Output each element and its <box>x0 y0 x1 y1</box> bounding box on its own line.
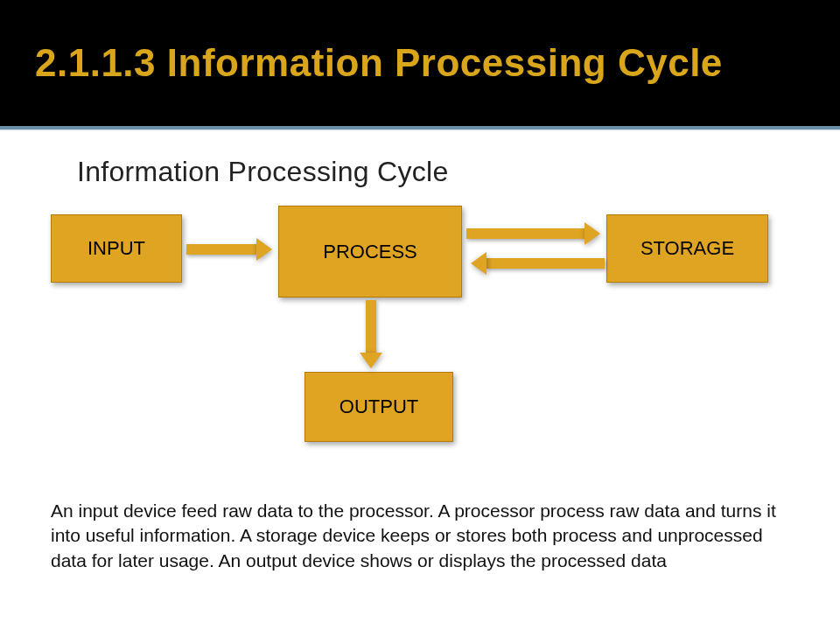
box-storage-label: STORAGE <box>611 219 764 278</box>
processing-cycle-diagram: INPUT PROCESS STORAGE OUTPUT <box>51 206 789 468</box>
box-input-label: INPUT <box>55 219 178 278</box>
slide-title: 2.1.1.3 Information Processing Cycle <box>35 41 723 85</box>
box-input: INPUT <box>51 214 182 283</box>
arrow-input-process-shaft <box>186 244 256 255</box>
arrow-storage-process-head <box>471 252 486 275</box>
box-storage: STORAGE <box>606 214 768 283</box>
box-output: OUTPUT <box>304 372 453 442</box>
arrow-storage-process-shaft <box>486 258 605 269</box>
arrow-process-output-shaft <box>366 300 376 353</box>
box-process: PROCESS <box>278 206 462 298</box>
arrow-input-process-head <box>256 238 272 261</box>
diagram-subtitle: Information Processing Cycle <box>77 156 789 188</box>
box-output-label: OUTPUT <box>309 376 449 438</box>
arrow-process-storage-shaft <box>466 228 584 239</box>
slide-content: Information Processing Cycle INPUT PROCE… <box>0 130 840 573</box>
arrow-process-output-head <box>360 353 382 368</box>
box-process-label: PROCESS <box>283 210 458 293</box>
arrow-process-storage-head <box>584 222 600 245</box>
diagram-description: An input device feed raw data to the pro… <box>51 499 786 573</box>
slide-header: 2.1.1.3 Information Processing Cycle <box>0 0 840 130</box>
